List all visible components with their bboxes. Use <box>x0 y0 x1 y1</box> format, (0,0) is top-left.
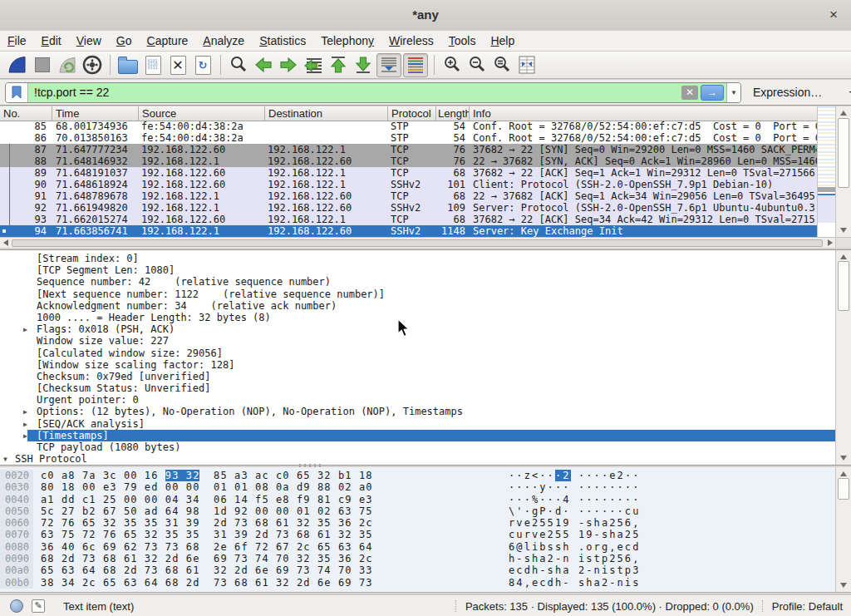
details-vertical-scrollbar[interactable] <box>835 250 851 465</box>
go-last-icon[interactable] <box>352 54 375 76</box>
scroll-up-icon[interactable] <box>840 254 847 259</box>
detail-line[interactable]: Window size value: 227 <box>0 335 836 347</box>
open-file-icon[interactable] <box>116 54 140 76</box>
detail-line[interactable]: Checksum: 0x79ed [unverified] <box>0 371 836 382</box>
packet-list-horizontal-scrollbar[interactable] <box>0 237 836 248</box>
go-back-icon[interactable] <box>252 54 275 76</box>
zoom-out-icon[interactable] <box>465 54 489 76</box>
packet-row-94[interactable]: 9471.663856741192.168.122.1192.168.122.6… <box>0 225 818 237</box>
hex-bytes[interactable]: 5c 27 b2 67 50 ad 64 98 1d 92 00 00 01 0… <box>41 505 373 517</box>
capture-options-icon[interactable] <box>81 54 104 76</box>
hex-row-0020[interactable]: 0020c0 a8 7a 3c 00 16 93 32 85 a3 ac c0 … <box>0 470 836 481</box>
scrollbar-thumb[interactable] <box>12 239 823 247</box>
hex-bytes[interactable]: c0 a8 7a 3c 00 16 93 32 85 a3 ac c0 65 3… <box>41 470 373 481</box>
packet-row-91[interactable]: 9171.648789678192.168.122.1192.168.122.6… <box>0 190 818 202</box>
close-file-icon[interactable]: ✕ <box>166 54 189 76</box>
resize-columns-icon[interactable] <box>515 54 539 76</box>
scrollbar-thumb[interactable] <box>838 261 849 311</box>
hex-ascii[interactable]: 6@libssh .org,ecd <box>509 541 641 553</box>
detail-line[interactable]: Acknowledgment number: 34 (relative ack … <box>0 300 836 312</box>
hex-ascii[interactable]: 84,ecdh- sha2-nis <box>509 577 641 589</box>
column-header-no[interactable]: No. <box>0 106 52 121</box>
column-header-protocol[interactable]: Protocol <box>388 106 436 121</box>
expanded-arrow-icon[interactable]: ▼ <box>3 454 7 465</box>
hex-ascii[interactable]: \'·gP·d· ······cu <box>509 505 641 517</box>
packet-row-88[interactable]: 8871.648146932192.168.122.1192.168.122.6… <box>0 155 818 167</box>
add-filter-button-icon[interactable]: + <box>844 84 851 101</box>
menu-item-go[interactable]: Go <box>109 31 140 51</box>
column-header-source[interactable]: Source <box>139 106 265 121</box>
status-separator[interactable] <box>762 600 764 612</box>
column-header-destination[interactable]: Destination <box>265 106 388 121</box>
menu-item-file[interactable]: File <box>0 31 34 51</box>
detail-line[interactable]: [Window size scaling factor: 128] <box>0 359 836 371</box>
scroll-left-icon[interactable] <box>3 239 8 246</box>
colorize-packets-icon[interactable] <box>403 53 428 77</box>
menu-item-wireless[interactable]: Wireless <box>381 31 441 51</box>
hex-row-0060[interactable]: 006072 76 65 32 35 35 31 39 2d 73 68 61 … <box>0 517 836 529</box>
hex-row-00b0[interactable]: 00b038 34 2c 65 63 64 68 2d 73 68 61 32 … <box>0 577 836 589</box>
detail-line[interactable]: 1000 .... = Header Length: 32 bytes (8) <box>0 312 836 323</box>
filter-clear-icon[interactable]: ✕ <box>681 86 698 100</box>
packet-list-vertical-scrollbar[interactable] <box>835 106 851 237</box>
detail-line[interactable]: ▶Flags: 0x018 (PSH, ACK) <box>0 323 836 335</box>
menu-item-help[interactable]: Help <box>483 31 522 51</box>
scroll-up-icon[interactable] <box>840 471 847 476</box>
hex-ascii[interactable]: ···%···4 ········ <box>509 494 641 505</box>
hex-bytes[interactable]: 65 63 64 68 2d 73 68 61 32 2d 6e 69 73 7… <box>41 564 373 576</box>
collapsed-arrow-icon[interactable]: ▶ <box>23 419 27 430</box>
menu-item-view[interactable]: View <box>69 31 109 51</box>
packet-row-93[interactable]: 9371.662015274192.168.122.60192.168.122.… <box>0 214 818 225</box>
detail-line[interactable]: [Stream index: 0] <box>0 253 836 264</box>
packet-row-89[interactable]: 8971.648191037192.168.122.60192.168.122.… <box>0 167 818 179</box>
zoom-in-icon[interactable] <box>440 54 464 76</box>
save-file-icon[interactable]: 010101100111 <box>141 54 165 76</box>
hex-row-0090[interactable]: 009068 2d 73 68 61 32 2d 6e 69 73 74 70 … <box>0 553 836 564</box>
menu-item-edit[interactable]: Edit <box>34 31 69 51</box>
detail-line[interactable]: Urgent pointer: 0 <box>0 394 836 406</box>
detail-line[interactable]: [Checksum Status: Unverified] <box>0 382 836 394</box>
reload-file-icon[interactable]: ↻ <box>191 54 214 76</box>
hex-row-0040[interactable]: 0040a1 dd c1 25 00 00 04 34 06 14 f5 e8 … <box>0 494 836 505</box>
hex-ascii[interactable]: ecdh-sha 2-nistp3 <box>509 564 641 576</box>
go-first-icon[interactable] <box>327 54 350 76</box>
packet-list-minimap[interactable] <box>817 106 836 237</box>
hex-bytes[interactable]: 72 76 65 32 35 35 31 39 2d 73 68 61 32 3… <box>41 517 373 529</box>
scrollbar-thumb[interactable] <box>838 478 849 500</box>
go-to-packet-icon[interactable] <box>302 54 325 76</box>
filter-bookmark-icon[interactable] <box>6 83 28 102</box>
detail-line[interactable]: TCP payload (1080 bytes) <box>0 441 836 453</box>
hex-bytes[interactable]: a1 dd c1 25 00 00 04 34 06 14 f5 e8 f9 8… <box>41 494 373 505</box>
hex-row-0050[interactable]: 00505c 27 b2 67 50 ad 64 98 1d 92 00 00 … <box>0 505 836 517</box>
hex-ascii[interactable]: rve25519 -sha256, <box>509 517 641 529</box>
scroll-down-icon[interactable] <box>840 583 847 588</box>
restart-capture-icon[interactable] <box>56 54 79 76</box>
collapsed-arrow-icon[interactable]: ▶ <box>23 324 27 335</box>
go-forward-icon[interactable] <box>277 54 300 76</box>
start-capture-icon[interactable] <box>6 54 29 76</box>
menu-item-tools[interactable]: Tools <box>441 31 484 51</box>
zoom-original-icon[interactable] <box>490 54 514 76</box>
hex-bytes[interactable]: 38 34 2c 65 63 64 68 2d 73 68 61 32 2d 6… <box>41 577 373 589</box>
filter-value[interactable]: !tcp.port == 22 <box>28 86 681 99</box>
menu-item-analyze[interactable]: Analyze <box>195 31 252 51</box>
expression-button[interactable]: Expression… <box>753 86 822 99</box>
hex-bytes[interactable]: 68 2d 73 68 61 32 2d 6e 69 73 74 70 32 3… <box>41 553 373 564</box>
hex-row-0030[interactable]: 003080 18 00 e3 79 ed 00 00 01 01 08 0a … <box>0 481 836 493</box>
hex-bytes[interactable]: 63 75 72 76 65 32 35 35 31 39 2d 73 68 6… <box>41 529 373 540</box>
hex-ascii[interactable]: h-sha2-n istp256, <box>509 553 641 564</box>
packet-row-86[interactable]: 8670.013850163fe:54:00:d4:38:2aSTP54Conf… <box>0 132 818 144</box>
hex-vertical-scrollbar[interactable] <box>835 467 851 592</box>
expert-info-icon[interactable] <box>10 599 23 613</box>
detail-line[interactable]: [Calculated window size: 29056] <box>0 347 836 359</box>
hex-ascii[interactable]: ····y··· ········ <box>509 481 641 493</box>
scroll-down-icon[interactable] <box>840 456 847 461</box>
profile-label[interactable]: Profile: Default <box>772 600 843 613</box>
scroll-up-icon[interactable] <box>840 111 847 116</box>
detail-line[interactable]: [Next sequence number: 1122 (relative se… <box>0 288 836 300</box>
filter-apply-icon[interactable]: → <box>701 85 724 101</box>
detail-line[interactable]: ▼SSH Protocol <box>0 453 836 465</box>
display-filter-input[interactable]: !tcp.port == 22 ✕ → ▼ <box>5 82 741 103</box>
column-header-info[interactable]: Info <box>470 106 851 121</box>
find-packet-icon[interactable] <box>227 54 250 76</box>
